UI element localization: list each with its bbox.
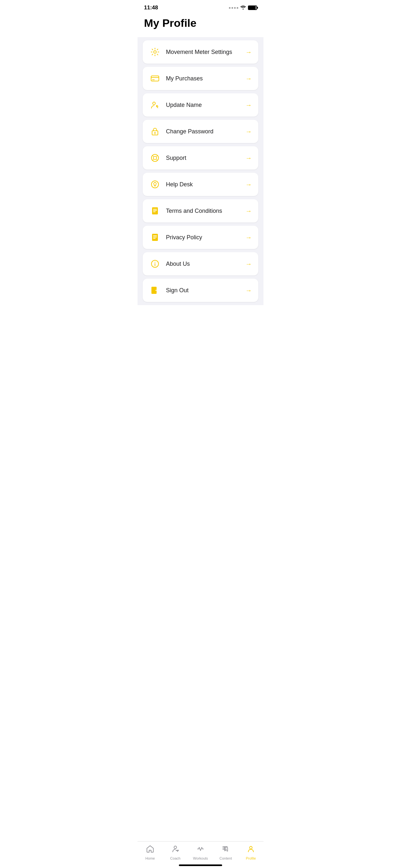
menu-item-sign-out[interactable]: Sign Out →	[143, 279, 258, 302]
menu-item-my-purchases[interactable]: My Purchases →	[143, 67, 258, 90]
menu-item-change-password[interactable]: Change Password →	[143, 120, 258, 143]
svg-rect-1	[151, 76, 159, 81]
page-header: My Profile	[137, 13, 264, 37]
signout-icon	[149, 284, 161, 296]
person-edit-icon	[149, 99, 161, 111]
svg-point-2	[153, 102, 155, 104]
about-us-label: About Us	[166, 260, 245, 268]
help-icon	[149, 179, 161, 190]
gear-icon	[149, 46, 161, 58]
svg-point-12	[155, 262, 155, 262]
about-us-arrow: →	[245, 260, 252, 268]
terms-arrow: →	[245, 207, 252, 215]
my-purchases-arrow: →	[245, 75, 252, 82]
svg-rect-9	[152, 207, 158, 214]
wifi-icon	[240, 5, 246, 11]
change-password-arrow: →	[245, 128, 252, 135]
privacy-policy-label: Privacy Policy	[166, 234, 245, 241]
support-icon	[149, 152, 161, 164]
menu-item-privacy-policy[interactable]: Privacy Policy →	[143, 226, 258, 249]
status-icons	[229, 5, 257, 11]
svg-point-6	[153, 156, 157, 159]
sign-out-arrow: →	[245, 287, 252, 294]
help-desk-label: Help Desk	[166, 181, 245, 188]
my-purchases-label: My Purchases	[166, 75, 245, 82]
terms-icon	[149, 205, 161, 217]
svg-rect-10	[152, 234, 158, 241]
support-arrow: →	[245, 154, 252, 162]
content-area: Movement Meter Settings → My Purchases →	[137, 37, 264, 337]
help-desk-arrow: →	[245, 181, 252, 188]
privacy-policy-arrow: →	[245, 234, 252, 241]
menu-item-support[interactable]: Support →	[143, 146, 258, 169]
battery-icon	[248, 5, 257, 10]
change-password-label: Change Password	[166, 128, 245, 135]
status-time: 11:48	[144, 4, 158, 11]
update-name-label: Update Name	[166, 102, 245, 108]
status-bar: 11:48	[137, 0, 264, 13]
terms-label: Terms and Conditions	[166, 208, 245, 214]
menu-item-about-us[interactable]: About Us →	[143, 252, 258, 275]
svg-point-0	[154, 51, 156, 53]
update-name-arrow: →	[245, 101, 252, 109]
sign-out-label: Sign Out	[166, 287, 245, 294]
info-icon	[149, 258, 161, 270]
movement-meter-settings-label: Movement Meter Settings	[166, 49, 245, 56]
page-title: My Profile	[144, 17, 257, 29]
menu-item-update-name[interactable]: Update Name →	[143, 93, 258, 117]
password-icon	[149, 126, 161, 137]
menu-item-help-desk[interactable]: Help Desk →	[143, 173, 258, 196]
support-label: Support	[166, 155, 245, 161]
svg-point-8	[155, 186, 155, 187]
credit-card-icon	[149, 73, 161, 84]
menu-list: Movement Meter Settings → My Purchases →	[137, 37, 264, 305]
signal-icon	[229, 7, 238, 9]
menu-item-terms-and-conditions[interactable]: Terms and Conditions →	[143, 199, 258, 222]
privacy-icon	[149, 231, 161, 243]
movement-meter-settings-arrow: →	[245, 49, 252, 56]
menu-item-movement-meter-settings[interactable]: Movement Meter Settings →	[143, 40, 258, 64]
